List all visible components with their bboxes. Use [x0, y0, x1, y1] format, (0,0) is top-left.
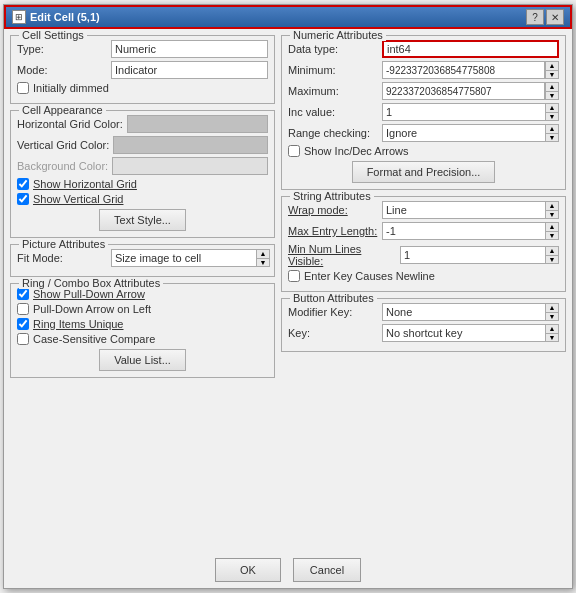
title-buttons: ? ✕ [526, 9, 564, 25]
modifier-key-label: Modifier Key: [288, 306, 378, 318]
show-pulldown-checkbox[interactable] [17, 288, 29, 300]
mode-input[interactable] [111, 61, 268, 79]
range-checking-label: Range checking: [288, 127, 378, 139]
key-spinner-up[interactable]: ▲ [546, 325, 558, 334]
wrap-mode-input[interactable] [382, 201, 545, 219]
min-num-lines-spinner-btns: ▲ ▼ [545, 246, 559, 264]
text-style-row: Text Style... [17, 209, 268, 231]
key-spinner-btns: ▲ ▼ [545, 324, 559, 342]
range-checking-spinner: ▲ ▼ [382, 124, 559, 142]
show-horiz-grid-checkbox[interactable] [17, 178, 29, 190]
enter-key-label: Enter Key Causes Newline [304, 270, 435, 282]
bg-color-box[interactable] [112, 157, 268, 175]
pulldown-on-left-checkbox[interactable] [17, 303, 29, 315]
modifier-key-spinner: ▲ ▼ [382, 303, 559, 321]
min-num-lines-input[interactable] [400, 246, 545, 264]
fit-mode-spinner-down[interactable]: ▼ [257, 259, 269, 267]
type-input[interactable] [111, 40, 268, 58]
maximum-spinner-up[interactable]: ▲ [546, 83, 558, 92]
left-panel: Cell Settings Type: Mode: Initially dimm… [10, 35, 275, 546]
text-style-button[interactable]: Text Style... [99, 209, 186, 231]
max-entry-length-spinner: ▲ ▼ [382, 222, 559, 240]
horiz-grid-color-row: Horizontal Grid Color: [17, 115, 268, 133]
minimum-spinner-down[interactable]: ▼ [546, 71, 558, 79]
case-sensitive-row: Case-Sensitive Compare [17, 333, 268, 345]
picture-attributes-group: Picture Attributes Fit Mode: ▲ ▼ [10, 244, 275, 277]
ring-items-unique-checkbox[interactable] [17, 318, 29, 330]
key-spinner-down[interactable]: ▼ [546, 334, 558, 342]
show-horiz-grid-row: Show Horizontal Grid [17, 178, 268, 190]
show-pulldown-row: Show Pull-Down Arrow [17, 288, 268, 300]
inc-value-input[interactable] [382, 103, 545, 121]
bottom-bar: OK Cancel [4, 552, 572, 588]
show-vert-grid-label: Show Vertical Grid [33, 193, 123, 205]
show-vert-grid-checkbox[interactable] [17, 193, 29, 205]
ring-items-unique-label-text: Ring Items Unique [33, 318, 124, 330]
min-num-lines-row: Min Num Lines Visible: ▲ ▼ [288, 243, 559, 267]
maximum-input[interactable] [382, 82, 545, 100]
case-sensitive-checkbox[interactable] [17, 333, 29, 345]
modifier-key-input[interactable] [382, 303, 545, 321]
format-precision-button[interactable]: Format and Precision... [352, 161, 496, 183]
modifier-key-spinner-up[interactable]: ▲ [546, 304, 558, 313]
range-checking-spinner-up[interactable]: ▲ [546, 125, 558, 134]
initially-dimmed-label: Initially dimmed [33, 82, 109, 94]
max-entry-length-input[interactable] [382, 222, 545, 240]
inc-value-spinner-down[interactable]: ▼ [546, 113, 558, 121]
enter-key-row: Enter Key Causes Newline [288, 270, 559, 282]
range-checking-spinner-down[interactable]: ▼ [546, 134, 558, 142]
inc-value-spinner-up[interactable]: ▲ [546, 104, 558, 113]
type-label: Type: [17, 43, 107, 55]
minimum-spinner-btns: ▲ ▼ [545, 61, 559, 79]
maximum-label: Maximum: [288, 85, 378, 97]
key-input[interactable] [382, 324, 545, 342]
string-attributes-group: String Attributes Wrap mode: ▲ ▼ Max Ent… [281, 196, 566, 292]
wrap-mode-row: Wrap mode: ▲ ▼ [288, 201, 559, 219]
data-type-input[interactable] [382, 40, 559, 58]
cell-settings-group: Cell Settings Type: Mode: Initially dimm… [10, 35, 275, 104]
mode-label: Mode: [17, 64, 107, 76]
min-num-lines-spinner-down[interactable]: ▼ [546, 256, 558, 264]
min-num-lines-spinner-up[interactable]: ▲ [546, 247, 558, 256]
maximum-spinner-down[interactable]: ▼ [546, 92, 558, 100]
value-list-button[interactable]: Value List... [99, 349, 186, 371]
inc-value-spinner-btns: ▲ ▼ [545, 103, 559, 121]
cancel-button[interactable]: Cancel [293, 558, 361, 582]
modifier-key-row: Modifier Key: ▲ ▼ [288, 303, 559, 321]
minimum-label: Minimum: [288, 64, 378, 76]
fit-mode-spinner-up[interactable]: ▲ [257, 250, 269, 259]
close-button[interactable]: ✕ [546, 9, 564, 25]
max-entry-length-spinner-up[interactable]: ▲ [546, 223, 558, 232]
horiz-grid-color-box[interactable] [127, 115, 268, 133]
vert-grid-color-box[interactable] [113, 136, 268, 154]
show-incdec-checkbox[interactable] [288, 145, 300, 157]
modifier-key-spinner-down[interactable]: ▼ [546, 313, 558, 321]
pulldown-on-left-label: Pull-Down Arrow on Left [33, 303, 151, 315]
show-vert-grid-label-text: Show Vertical Grid [33, 193, 123, 205]
initially-dimmed-checkbox[interactable] [17, 82, 29, 94]
show-incdec-label: Show Inc/Dec Arrows [304, 145, 409, 157]
minimum-input[interactable] [382, 61, 545, 79]
numeric-attributes-group: Numeric Attributes Data type: Minimum: ▲… [281, 35, 566, 190]
range-checking-input[interactable] [382, 124, 545, 142]
ok-button[interactable]: OK [215, 558, 281, 582]
ring-items-unique-row: Ring Items Unique [17, 318, 268, 330]
data-type-row: Data type: [288, 40, 559, 58]
enter-key-checkbox[interactable] [288, 270, 300, 282]
min-num-lines-label: Min Num Lines Visible: [288, 243, 396, 267]
help-button[interactable]: ? [526, 9, 544, 25]
vert-grid-color-row: Vertical Grid Color: [17, 136, 268, 154]
title-bar-left: ⊞ Edit Cell (5,1) [12, 10, 100, 24]
wrap-mode-spinner-up[interactable]: ▲ [546, 202, 558, 211]
minimum-spinner-up[interactable]: ▲ [546, 62, 558, 71]
inc-value-label: Inc value: [288, 106, 378, 118]
fit-mode-input[interactable] [111, 249, 256, 267]
key-label: Key: [288, 327, 378, 339]
bg-color-label: Background Color: [17, 160, 108, 172]
type-row: Type: [17, 40, 268, 58]
max-entry-length-spinner-down[interactable]: ▼ [546, 232, 558, 240]
wrap-mode-spinner-down[interactable]: ▼ [546, 211, 558, 219]
bg-color-row: Background Color: [17, 157, 268, 175]
cell-appearance-label: Cell Appearance [19, 104, 106, 116]
wrap-mode-label: Wrap mode: [288, 204, 378, 216]
